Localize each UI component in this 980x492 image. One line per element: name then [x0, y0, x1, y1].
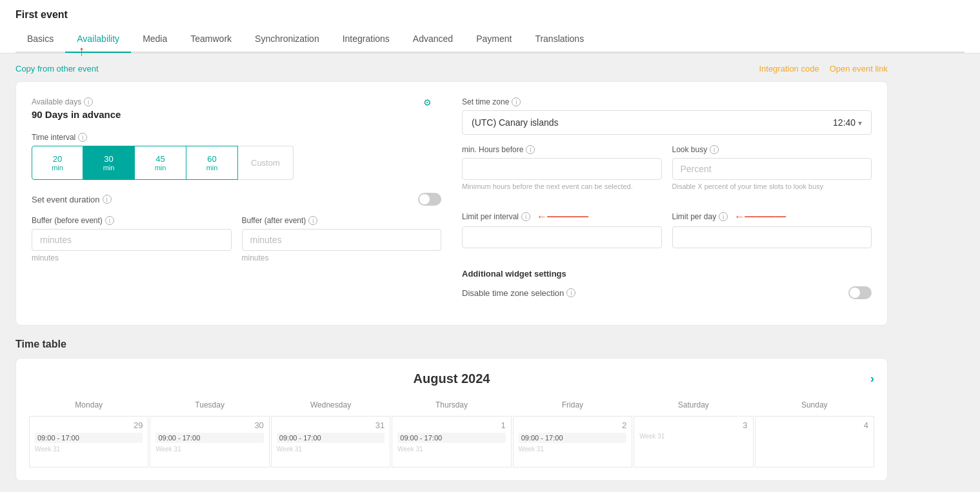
calendar-cell-3[interactable]: 1 09:00 - 17:00 Week 31 — [392, 416, 511, 467]
nav-tabs: Basics Availability Media Teamwork Synch… — [15, 26, 965, 53]
toggle-knob — [419, 194, 430, 204]
min-hours-hint: Minimum hours before the next event can … — [462, 182, 662, 190]
min-hours-before-input[interactable]: 12 — [462, 158, 662, 180]
look-busy-input[interactable] — [672, 158, 872, 180]
interval-60min-btn[interactable]: 60 min — [186, 146, 238, 180]
calendar-cell-5[interactable]: 3 Week 31 — [634, 416, 753, 467]
top-bar-right-links: Integration code Open event link — [759, 64, 888, 74]
limit-per-day-info-icon[interactable]: i — [719, 212, 728, 221]
availability-card: Available days i 90 Days in advance ⚙ Ti… — [15, 81, 888, 326]
copy-from-event-link[interactable]: Copy from other event — [15, 64, 99, 74]
calendar-cell-1[interactable]: 30 09:00 - 17:00 Week 31 — [150, 416, 269, 467]
day-thursday: Thursday — [392, 397, 511, 413]
calendar-cell-0[interactable]: 29 09:00 - 17:00 Week 31 — [29, 416, 148, 467]
buffer-after-unit: minutes — [242, 253, 442, 262]
buffer-before-group: Buffer (before event) i minutes — [32, 216, 232, 262]
tab-synchronization[interactable]: Synchronization — [243, 26, 331, 53]
look-busy-hint: Disable X percent of your time slots to … — [672, 182, 872, 190]
integration-code-link[interactable]: Integration code — [759, 64, 819, 74]
buffer-before-input[interactable] — [32, 229, 232, 251]
min-hours-grid: min. Hours before i 12 Minimum hours bef… — [462, 145, 872, 201]
additional-settings-title: Additional widget settings — [462, 269, 872, 279]
set-event-duration-label: Set event duration i — [32, 195, 112, 204]
up-arrow-indicator: ↑ — [78, 44, 85, 58]
top-bar: Copy from other event Integration code O… — [15, 64, 888, 74]
buffer-before-unit: minutes — [32, 253, 232, 262]
limit-per-interval-info-icon[interactable]: i — [521, 212, 530, 221]
day-friday: Friday — [513, 397, 632, 413]
buffer-before-info-icon[interactable]: i — [105, 216, 114, 225]
available-days-info-icon[interactable]: i — [84, 97, 93, 106]
limit-per-day-label: Limit per day i ←———— — [672, 211, 872, 222]
tab-media[interactable]: Media — [131, 26, 179, 53]
limit-per-interval-input[interactable]: 1 — [462, 226, 662, 248]
available-days-value: 90 Days in advance — [32, 109, 121, 120]
interval-20min-btn[interactable]: 20 min — [32, 146, 83, 180]
calendar-days-header: Monday Tuesday Wednesday Thursday Friday… — [29, 397, 874, 413]
additional-widget-settings: Additional widget settings Disable time … — [462, 269, 872, 299]
tab-advanced[interactable]: Advanced — [401, 26, 465, 53]
limit-per-day-arrow: ←———— — [734, 211, 786, 222]
calendar-cell-4[interactable]: 2 09:00 - 17:00 Week 31 — [513, 416, 632, 467]
timezone-time: 12:40 — [833, 117, 855, 128]
available-days-gear-icon[interactable]: ⚙ — [423, 97, 441, 115]
set-event-duration-toggle[interactable] — [418, 193, 441, 206]
min-hours-before-label: min. Hours before i — [462, 145, 662, 154]
tab-payment[interactable]: Payment — [465, 26, 523, 53]
time-interval-info-icon[interactable]: i — [78, 133, 87, 142]
buffer-after-info-icon[interactable]: i — [308, 216, 317, 225]
day-wednesday: Wednesday — [271, 397, 390, 413]
calendar-card: August 2024 › Monday Tuesday Wednesday T… — [15, 358, 888, 481]
look-busy-info-icon[interactable]: i — [710, 145, 719, 154]
tab-integrations[interactable]: Integrations — [331, 26, 401, 53]
time-table-title: Time table — [15, 339, 888, 350]
tab-availability[interactable]: Availability — [65, 26, 131, 53]
timezone-select[interactable]: (UTC) Canary islands 12:40 ▾ — [462, 110, 872, 135]
timezone-chevron-icon: ▾ — [858, 119, 862, 128]
content-area: Copy from other event Integration code O… — [0, 54, 903, 491]
left-column: Available days i 90 Days in advance ⚙ Ti… — [32, 97, 441, 310]
limit-grid: Limit per interval i ←———— 1 Limit per d… — [462, 211, 872, 259]
time-interval-buttons: 20 min 30 min 45 min 60 — [32, 146, 441, 180]
interval-45min-btn[interactable]: 45 min — [135, 146, 186, 180]
calendar-grid: 29 09:00 - 17:00 Week 31 30 09:00 - 17:0… — [29, 416, 874, 467]
min-hours-before-group: min. Hours before i 12 Minimum hours bef… — [462, 145, 662, 190]
calendar-cell-2[interactable]: 31 09:00 - 17:00 Week 31 — [271, 416, 390, 467]
buffer-after-input[interactable] — [242, 229, 442, 251]
calendar-next-btn[interactable]: › — [870, 372, 874, 386]
disable-timezone-info-icon[interactable]: i — [566, 288, 575, 297]
timezone-label: Set time zone i — [462, 97, 872, 106]
right-column: Set time zone i (UTC) Canary islands 12:… — [462, 97, 872, 310]
day-tuesday: Tuesday — [150, 397, 269, 413]
time-interval-group: Time interval i 20 min 30 min 4 — [32, 133, 441, 180]
interval-30min-btn[interactable]: 30 min — [83, 146, 135, 180]
limit-per-day-group: Limit per day i ←———— 5 — [672, 211, 872, 248]
available-days-label: Available days i — [32, 97, 121, 106]
day-saturday: Saturday — [634, 397, 753, 413]
disable-timezone-toggle[interactable] — [848, 286, 872, 299]
time-table-section: Time table August 2024 › Monday Tuesday … — [15, 339, 888, 481]
limit-per-interval-arrow: ←———— — [537, 211, 588, 222]
set-event-duration-info-icon[interactable]: i — [103, 195, 112, 204]
time-interval-label: Time interval i — [32, 133, 441, 142]
tab-basics[interactable]: Basics — [15, 26, 65, 53]
day-sunday: Sunday — [755, 397, 874, 413]
tab-translations[interactable]: Translations — [523, 26, 595, 53]
timezone-info-icon[interactable]: i — [512, 97, 521, 106]
calendar-header: August 2024 › — [29, 371, 874, 386]
limit-per-day-input[interactable]: 5 — [672, 226, 872, 248]
available-days-section: Available days i 90 Days in advance ⚙ — [32, 97, 441, 120]
tab-teamwork[interactable]: Teamwork — [179, 26, 243, 53]
calendar-month-title: August 2024 — [414, 371, 490, 386]
disable-timezone-knob — [850, 288, 860, 298]
disable-timezone-label: Disable time zone selection i — [462, 288, 575, 298]
buffer-after-label: Buffer (after event) i — [242, 216, 442, 225]
open-event-link[interactable]: Open event link — [830, 64, 888, 74]
interval-custom-btn[interactable]: Custom — [238, 146, 294, 180]
timezone-value: (UTC) Canary islands — [472, 117, 559, 128]
min-hours-info-icon[interactable]: i — [526, 145, 535, 154]
calendar-cell-6[interactable]: 4 — [755, 416, 874, 467]
buffer-after-group: Buffer (after event) i minutes — [242, 216, 442, 262]
look-busy-label: Look busy i — [672, 145, 872, 154]
set-event-duration-row: Set event duration i — [32, 193, 441, 206]
